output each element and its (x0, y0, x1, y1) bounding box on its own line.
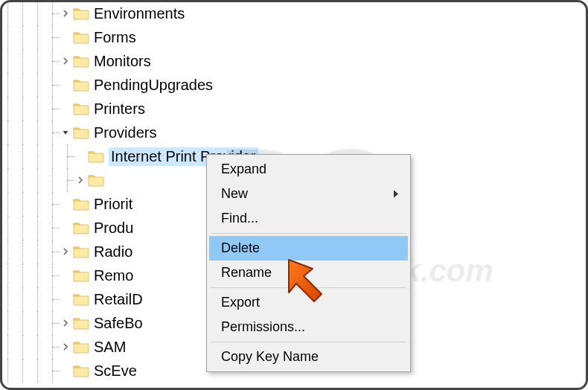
expander-spacer (60, 103, 71, 115)
tree-indent (0, 25, 60, 49)
menu-item-label: Export (221, 295, 260, 310)
tree-item-label: RetailD (94, 291, 143, 308)
tree-indent (0, 335, 60, 359)
tree-indent (0, 1, 60, 25)
expander-spacer (60, 79, 71, 91)
tree-indent (0, 168, 74, 192)
folder-icon (73, 245, 89, 258)
menu-item-rename[interactable]: Rename (209, 260, 408, 285)
tree-item[interactable]: Forms (0, 25, 588, 49)
menu-divider (211, 342, 406, 342)
tree-indent (0, 240, 60, 263)
folder-icon (88, 173, 104, 187)
expander-spacer (60, 222, 71, 234)
tree-indent (0, 287, 60, 311)
menu-item-new[interactable]: New (209, 182, 408, 206)
tree-item[interactable]: Environments (0, 1, 588, 25)
chevron-right-icon[interactable] (60, 7, 71, 19)
menu-item-find[interactable]: Find... (209, 206, 408, 231)
context-menu: ExpandNewFind...DeleteRenameExportPermis… (206, 154, 411, 372)
menu-item-label: New (221, 186, 248, 202)
folder-icon (73, 221, 89, 234)
tree-indent (0, 49, 60, 73)
folder-icon (73, 340, 89, 354)
menu-item-delete[interactable]: Delete (209, 236, 408, 260)
expander-spacer (60, 293, 71, 305)
expander-spacer (60, 31, 71, 43)
expander-spacer (60, 365, 71, 377)
tree-item-label: SafeBo (94, 315, 143, 332)
menu-item-label: Expand (221, 162, 266, 177)
menu-item-permissions[interactable]: Permissions... (209, 315, 408, 339)
menu-divider (211, 233, 406, 234)
folder-icon (73, 316, 89, 330)
tree-item-label: Environments (94, 5, 185, 22)
tree-indent (0, 121, 60, 144)
expander-spacer (60, 198, 71, 210)
chevron-right-icon[interactable] (60, 341, 71, 353)
folder-icon (73, 102, 89, 115)
tree-indent (0, 359, 60, 383)
tree-item-label: Monitors (94, 53, 151, 70)
tree-indent (0, 192, 60, 216)
chevron-right-icon[interactable] (74, 174, 86, 186)
menu-item-label: Delete (221, 240, 260, 256)
menu-divider (211, 287, 406, 288)
chevron-right-icon[interactable] (60, 55, 71, 67)
tree-item-label: Providers (94, 124, 156, 141)
tree-item-label: SAM (94, 339, 126, 356)
tree-item-label: Forms (94, 29, 136, 46)
tree-item[interactable]: Monitors (0, 49, 588, 73)
menu-item-label: Rename (221, 265, 272, 281)
menu-item-copy-key-name[interactable]: Copy Key Name (209, 345, 408, 369)
folder-icon (73, 31, 89, 44)
tree-item-label: PendingUpgrades (94, 77, 213, 94)
folder-icon (73, 126, 89, 139)
tree-item[interactable]: Providers (0, 121, 588, 144)
tree-indent (0, 144, 74, 168)
tree-item-label: Radio (94, 243, 132, 260)
expander-spacer (60, 269, 71, 281)
menu-item-label: Copy Key Name (221, 349, 319, 365)
folder-icon (73, 78, 89, 92)
tree-indent (0, 263, 60, 287)
tree-item-label: Printers (94, 100, 145, 118)
folder-icon (73, 7, 89, 20)
tree-item-label: Produ (94, 220, 133, 237)
tree-indent (0, 97, 60, 121)
tree-item[interactable]: PendingUpgrades (0, 73, 588, 97)
tree-item-label: Remo (94, 267, 133, 284)
tree-indent (0, 311, 60, 335)
tree-item[interactable]: Printers (0, 97, 588, 121)
expander-spacer (74, 150, 86, 162)
menu-item-label: Find... (221, 211, 258, 226)
submenu-arrow-icon (393, 186, 399, 202)
folder-icon (73, 269, 89, 282)
chevron-right-icon[interactable] (60, 246, 71, 258)
folder-icon (73, 54, 89, 68)
menu-item-export[interactable]: Export (209, 290, 408, 315)
tree-item-label: Priorit (94, 196, 132, 213)
folder-icon (73, 364, 89, 377)
tree-indent (0, 73, 60, 97)
menu-item-label: Permissions... (221, 319, 305, 335)
folder-icon (73, 197, 89, 211)
tree-item-label: ScEve (94, 362, 137, 380)
chevron-down-icon[interactable] (60, 127, 71, 138)
tree-indent (0, 216, 60, 240)
menu-item-expand[interactable]: Expand (209, 157, 408, 182)
folder-icon (88, 150, 104, 163)
chevron-right-icon[interactable] (60, 317, 71, 329)
folder-icon (73, 292, 89, 306)
